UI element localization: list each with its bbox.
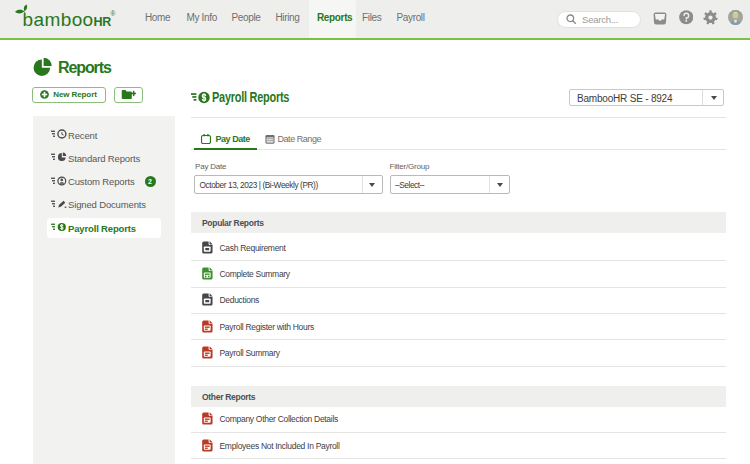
- svg-text:HR: HR: [94, 15, 112, 29]
- svg-text:bamboo: bamboo: [23, 9, 94, 30]
- svg-text:®: ®: [111, 10, 116, 17]
